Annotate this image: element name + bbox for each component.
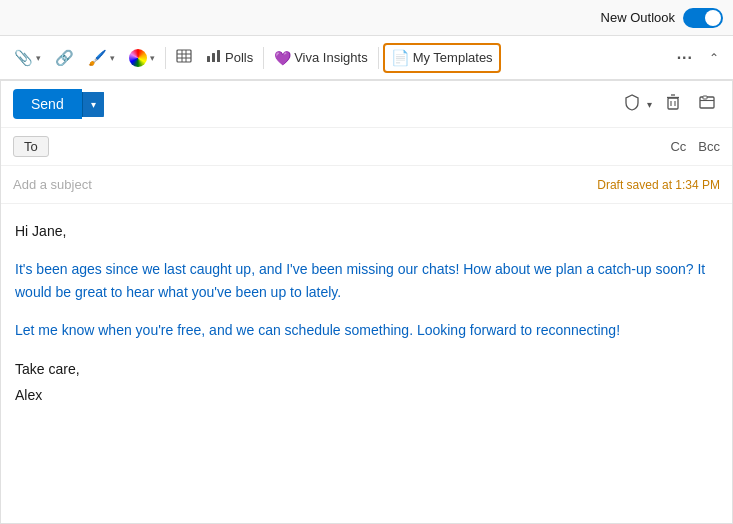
link-icon: 🔗 [55,49,74,67]
send-button-group: Send ▾ [13,89,104,119]
svg-rect-6 [212,53,215,62]
cc-bcc-group: Cc Bcc [670,139,720,154]
svg-rect-0 [177,50,191,62]
chevron-up-icon: ⌃ [709,51,719,65]
subject-row: Add a subject Draft saved at 1:34 PM [1,166,732,204]
body-paragraph-1: It's been ages since we last caught up, … [15,261,705,299]
bcc-button[interactable]: Bcc [698,139,720,154]
polls-label: Polls [225,50,253,65]
attach-chevron-icon: ▾ [36,53,41,63]
send-row-actions: ▾ [619,89,720,119]
separator-3 [378,47,379,69]
separator-1 [165,47,166,69]
format-button[interactable]: 🖌️ ▾ [82,45,121,71]
body-signature: Alex [15,387,42,403]
my-templates-button[interactable]: 📄 My Templates [383,43,501,73]
viva-label: Viva Insights [294,50,367,65]
body-closing: Take care, [15,361,80,377]
draft-saved-status: Draft saved at 1:34 PM [597,178,720,192]
link-button[interactable]: 🔗 [49,45,80,71]
send-button[interactable]: Send [13,89,82,119]
format-chevron-icon: ▾ [110,53,115,63]
popout-icon [698,93,716,115]
toolbar-collapse-button[interactable]: ⌃ [703,47,725,69]
top-bar: New Outlook [0,0,733,36]
template-icon: 📄 [391,49,410,67]
polls-icon [206,49,222,66]
format-paint-icon: 🖌️ [88,49,107,67]
shield-icon [623,93,641,115]
to-label-button[interactable]: To [13,136,49,157]
svg-rect-8 [668,98,678,109]
svg-rect-15 [703,96,707,99]
send-dropdown-button[interactable]: ▾ [82,92,104,117]
attach-button[interactable]: 📎 ▾ [8,45,47,71]
templates-label: My Templates [413,50,493,65]
colorize-button[interactable]: ▾ [123,45,161,71]
toolbar: 📎 ▾ 🔗 🖌️ ▾ ▾ [0,36,733,80]
new-outlook-label: New Outlook [601,10,675,25]
svg-rect-5 [207,56,210,62]
viva-insights-button[interactable]: 💜 Viva Insights [268,46,373,70]
svg-rect-7 [217,50,220,62]
delete-button[interactable] [660,89,686,119]
new-outlook-toggle[interactable] [683,8,723,28]
send-row: Send ▾ ▾ [1,81,732,128]
trash-icon [664,93,682,115]
compose-area: Send ▾ ▾ [0,80,733,524]
sensitivity-button[interactable] [619,89,645,119]
body-greeting: Hi Jane, [15,223,66,239]
table-icon [176,49,192,66]
shield-chevron-icon: ▾ [647,99,652,110]
body-paragraph-2: Let me know when you're free, and we can… [15,322,620,338]
separator-2 [263,47,264,69]
table-button[interactable] [170,45,198,70]
to-input[interactable] [57,139,671,154]
rainbow-circle-icon [129,49,147,67]
email-body[interactable]: Hi Jane, It's been ages since we last ca… [1,204,732,523]
paperclip-icon: 📎 [14,49,33,67]
colorize-chevron-icon: ▾ [150,53,155,63]
cc-button[interactable]: Cc [670,139,686,154]
viva-icon: 💜 [274,50,291,66]
toggle-knob [705,10,721,26]
expand-button[interactable] [694,89,720,119]
polls-button[interactable]: Polls [200,45,259,70]
sensitivity-group: ▾ [619,89,652,119]
send-chevron-icon: ▾ [91,99,96,110]
more-options-button[interactable]: ··· [669,43,701,72]
more-icon: ··· [677,49,693,66]
to-row: To Cc Bcc [1,128,732,166]
subject-placeholder: Add a subject [13,177,597,192]
